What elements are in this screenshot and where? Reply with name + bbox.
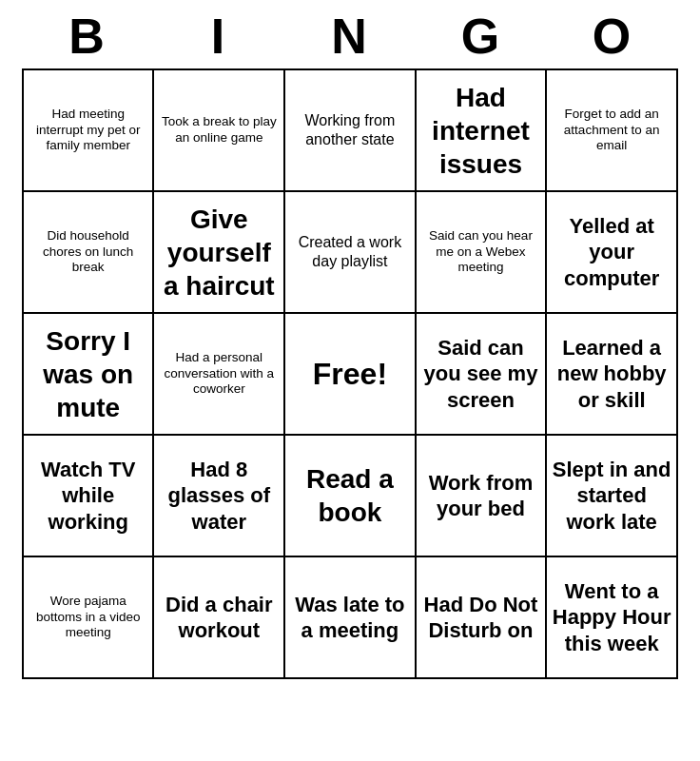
- grid-row-0: Had meeting interrupt my pet or family m…: [23, 69, 677, 191]
- grid-cell-3-3: Work from your bed: [416, 435, 547, 556]
- grid-cell-0-4: Forget to add an attachment to an email: [546, 69, 677, 191]
- grid-cell-3-2: Read a book: [284, 435, 415, 556]
- grid-cell-3-4: Slept in and started work late: [546, 435, 677, 556]
- grid-row-3: Watch TV while workingHad 8 glasses of w…: [23, 435, 677, 556]
- grid-cell-2-1: Had a personal conversation with a cowor…: [153, 313, 284, 435]
- grid-cell-4-4: Went to a Happy Hour this week: [546, 556, 677, 678]
- grid-cell-4-2: Was late to a meeting: [284, 556, 415, 678]
- grid-cell-0-1: Took a break to play an online game: [153, 69, 284, 191]
- grid-cell-3-1: Had 8 glasses of water: [153, 435, 284, 556]
- grid-cell-0-3: Had internet issues: [416, 69, 547, 191]
- bingo-letter-b: B: [22, 8, 153, 65]
- bingo-header: BINGO: [22, 0, 678, 68]
- grid-cell-3-0: Watch TV while working: [23, 435, 153, 556]
- grid-cell-2-0: Sorry I was on mute: [23, 313, 153, 435]
- bingo-letter-o: O: [547, 8, 678, 65]
- grid-cell-0-2: Working from another state: [284, 69, 415, 191]
- grid-cell-1-3: Said can you hear me on a Webex meeting: [416, 191, 547, 313]
- grid-cell-2-4: Learned a new hobby or skill: [546, 313, 677, 435]
- grid-row-2: Sorry I was on muteHad a personal conver…: [23, 313, 677, 435]
- grid-cell-1-2: Created a work day playlist: [284, 191, 415, 313]
- grid-cell-0-0: Had meeting interrupt my pet or family m…: [23, 69, 153, 191]
- grid-cell-2-3: Said can you see my screen: [416, 313, 547, 435]
- bingo-letter-n: N: [284, 8, 416, 65]
- bingo-letter-g: G: [416, 8, 547, 65]
- grid-cell-1-1: Give yourself a haircut: [153, 191, 284, 313]
- bingo-grid: Had meeting interrupt my pet or family m…: [22, 68, 678, 679]
- grid-cell-4-1: Did a chair workout: [153, 556, 284, 678]
- bingo-letter-i: I: [153, 8, 284, 65]
- grid-cell-2-2: Free!: [284, 313, 415, 435]
- grid-cell-1-0: Did household chores on lunch break: [23, 191, 153, 313]
- grid-row-4: Wore pajama bottoms in a video meetingDi…: [23, 556, 677, 678]
- grid-row-1: Did household chores on lunch breakGive …: [23, 191, 677, 313]
- grid-cell-4-0: Wore pajama bottoms in a video meeting: [23, 556, 153, 678]
- grid-cell-4-3: Had Do Not Disturb on: [416, 556, 547, 678]
- grid-cell-1-4: Yelled at your computer: [546, 191, 677, 313]
